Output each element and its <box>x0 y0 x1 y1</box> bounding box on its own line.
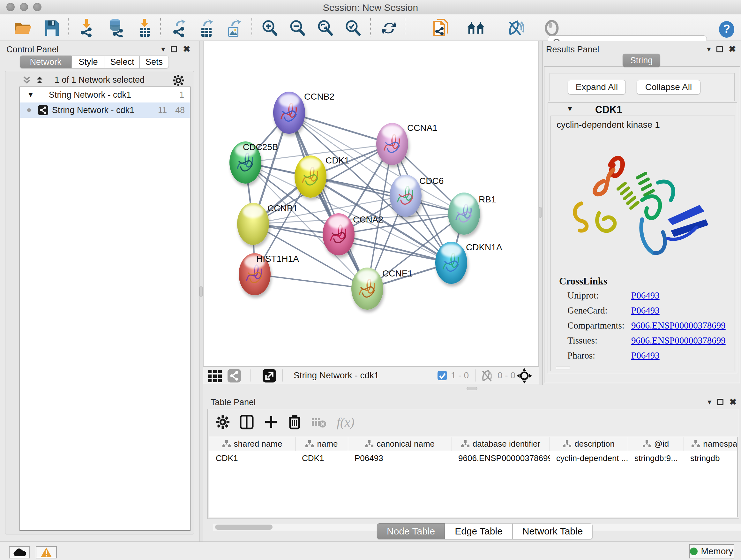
right-splitter-handle[interactable] <box>539 207 542 218</box>
import-network-from-file-icon[interactable] <box>77 19 96 37</box>
preview-eye-icon[interactable] <box>542 19 561 37</box>
crosslink-value-link[interactable]: P06493 <box>631 290 660 300</box>
network-view-share-icon[interactable] <box>227 369 241 382</box>
network-view-panel: CCNB2CCNA1CDC25BCDK1CDC6RB1CCNB1CCNA2CDK… <box>203 41 539 384</box>
right-splitter[interactable] <box>539 41 542 385</box>
table-cell[interactable]: stringdb <box>684 451 738 465</box>
zoom-out-icon[interactable] <box>288 19 307 37</box>
network-node-cdk1[interactable] <box>294 155 327 198</box>
protein-ribbon-thumbnail <box>390 175 421 217</box>
create-column-icon[interactable] <box>264 415 278 429</box>
left-splitter[interactable] <box>199 41 203 542</box>
network-edge[interactable] <box>289 113 367 289</box>
network-node-ccna1[interactable] <box>376 123 408 165</box>
column-header-description[interactable]: description <box>550 437 628 451</box>
import-table-from-file-icon[interactable] <box>135 19 154 37</box>
table-cell[interactable]: CDK1 <box>295 451 348 465</box>
table-cell[interactable]: P06493 <box>348 451 452 465</box>
tab-string[interactable]: String <box>623 54 660 67</box>
delete-columns-icon[interactable] <box>288 415 301 430</box>
network-node-ccnb1[interactable] <box>237 203 269 245</box>
results-panel-menu-icon[interactable]: ▾ <box>707 45 711 54</box>
tab-style[interactable]: Style <box>71 56 105 68</box>
home-icon[interactable] <box>467 19 485 37</box>
tab-sets[interactable]: Sets <box>139 56 169 68</box>
crosslink-value-link[interactable]: P06493 <box>631 350 660 361</box>
show-columns-icon[interactable] <box>240 415 254 429</box>
left-splitter-handle[interactable] <box>199 286 203 297</box>
table-panel-tabs: Node Table Edge Table Network Table <box>377 523 593 539</box>
network-node-cdkn1a[interactable] <box>435 242 467 284</box>
detach-view-icon[interactable] <box>263 369 276 382</box>
network-options-gear-icon[interactable] <box>173 75 184 86</box>
column-header-sharedname[interactable]: shared name <box>209 437 295 451</box>
network-node-ccna2[interactable] <box>323 213 354 255</box>
column-header-id[interactable]: @id <box>628 437 684 451</box>
network-row[interactable]: String Network - cdk1 11 48 <box>20 103 190 118</box>
table-panel-menu-icon[interactable]: ▾ <box>708 397 711 407</box>
control-panel-float-icon[interactable] <box>171 46 177 52</box>
card-collapse-icon[interactable]: ▼ <box>566 105 574 113</box>
collapse-all-button[interactable]: Collapse All <box>636 80 700 95</box>
table-cell[interactable]: stringdb:9... <box>628 451 684 465</box>
refresh-view-icon[interactable] <box>380 19 398 37</box>
zoom-in-icon[interactable] <box>260 19 279 37</box>
tab-node-table[interactable]: Node Table <box>377 523 445 539</box>
table-panel-float-icon[interactable] <box>717 399 724 405</box>
export-network-icon[interactable] <box>170 19 188 37</box>
column-header-databaseidentifier[interactable]: database identifier <box>452 437 550 451</box>
selected-checkbox-icon[interactable] <box>437 370 448 381</box>
column-header-namespace[interactable]: namespace <box>684 437 738 451</box>
column-type-icon <box>691 440 700 448</box>
card-scrollbar-thumb[interactable] <box>556 366 570 369</box>
table-panel-close-icon[interactable]: ✖ <box>729 397 737 407</box>
control-panel-menu-icon[interactable]: ▾ <box>161 45 165 54</box>
bottom-splitter-handle[interactable] <box>467 387 477 390</box>
table-cell[interactable]: 9606.ENSP00000378699 <box>452 451 550 465</box>
table-settings-gear-icon[interactable] <box>216 415 229 429</box>
table-scrollbar-thumb[interactable] <box>215 524 273 530</box>
table-cell[interactable]: CDK1 <box>209 451 295 465</box>
grid-view-icon[interactable] <box>207 369 223 382</box>
network-edge[interactable] <box>255 274 367 289</box>
tab-network[interactable]: Network <box>20 56 71 68</box>
expand-all-button[interactable]: Expand All <box>568 80 626 95</box>
zoom-selected-icon[interactable] <box>344 19 362 37</box>
tab-select[interactable]: Select <box>105 56 139 68</box>
hide-panels-eye-icon[interactable] <box>506 19 525 37</box>
column-header-canonicalname[interactable]: canonical name <box>348 437 452 451</box>
export-table-icon[interactable] <box>197 19 216 37</box>
warning-status-button[interactable] <box>36 546 57 558</box>
tab-network-table[interactable]: Network Table <box>513 523 593 539</box>
crosslink-value-link[interactable]: 9606.ENSP00000378699 <box>631 320 726 330</box>
save-session-icon[interactable] <box>42 19 61 37</box>
help-icon[interactable]: ? <box>718 20 736 39</box>
network-node-label: CCNB1 <box>267 203 298 213</box>
column-header-name[interactable]: name <box>295 437 348 451</box>
collection-expand-icon[interactable]: ▼ <box>27 91 34 99</box>
results-panel-float-icon[interactable] <box>717 46 723 52</box>
memory-button[interactable]: Memory <box>689 544 734 558</box>
open-session-icon[interactable] <box>13 19 32 37</box>
table-row[interactable]: CDK1CDK1P064939606.ENSP00000378699cyclin… <box>209 451 737 465</box>
tab-edge-table[interactable]: Edge Table <box>445 523 513 539</box>
table-cell[interactable]: cyclin-dependent ... <box>550 451 628 465</box>
network-node-cdc6[interactable] <box>390 175 421 217</box>
results-panel: Results Panel ▾ ✖ String Expand All Coll… <box>542 41 741 385</box>
crosslink-value-link[interactable]: P06493 <box>631 305 660 315</box>
network-collection-row[interactable]: ▼ String Network - cdk1 1 <box>20 87 190 103</box>
network-node-ccne1[interactable] <box>351 267 383 310</box>
export-image-icon[interactable] <box>225 19 243 37</box>
cloud-status-button[interactable] <box>9 546 30 558</box>
document-share-icon[interactable] <box>431 19 450 37</box>
network-node-ccnb2[interactable] <box>273 91 305 134</box>
crosslink-value-link[interactable]: 9606.ENSP00000378699 <box>631 335 726 346</box>
import-network-from-database-icon[interactable] <box>106 19 125 37</box>
control-panel-close-icon[interactable]: ✖ <box>183 44 190 54</box>
zoom-fit-content-icon[interactable] <box>316 19 334 37</box>
protein-ribbon-thumbnail <box>323 213 354 255</box>
results-panel-close-icon[interactable]: ✖ <box>729 44 736 54</box>
network-node-rb1[interactable] <box>448 192 480 235</box>
network-canvas[interactable]: CCNB2CCNA1CDC25BCDK1CDC6RB1CCNB1CCNA2CDK… <box>203 41 539 367</box>
birds-eye-navigator-icon[interactable] <box>517 368 532 383</box>
